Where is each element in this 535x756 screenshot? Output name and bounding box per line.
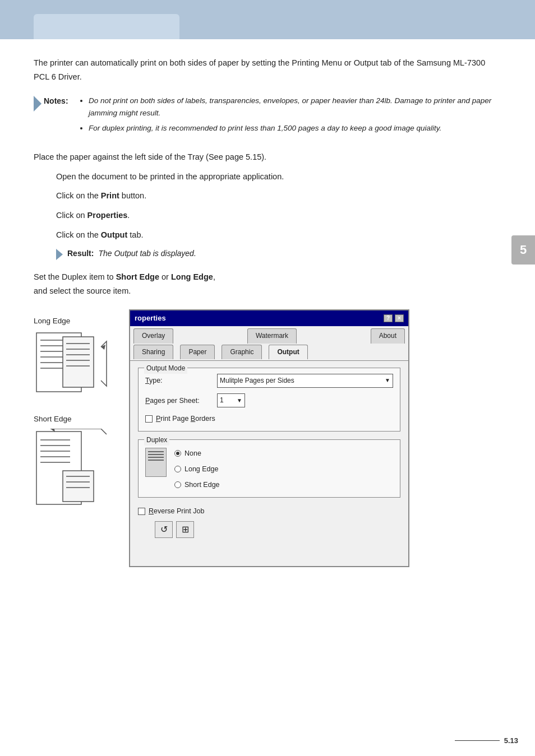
tab-sharing[interactable]: Sharing bbox=[133, 345, 173, 359]
bottom-icons: ↺ ⊞ bbox=[138, 521, 400, 538]
dialog-title: roperties bbox=[135, 313, 166, 324]
pages-per-sheet-label: Pages per Sheet: bbox=[145, 395, 213, 406]
help-icon-bottom[interactable]: ↺ bbox=[155, 521, 173, 538]
duplex-group-label: Duplex bbox=[144, 435, 169, 446]
reverse-print-checkbox[interactable] bbox=[138, 508, 145, 515]
radio-none[interactable] bbox=[174, 450, 181, 457]
long-edge-svg bbox=[34, 330, 112, 403]
notes-item-2: For duplex printing, it is recommended t… bbox=[89, 122, 501, 134]
settings-icon-bottom[interactable]: ⊞ bbox=[176, 521, 194, 538]
notes-label-area: Notes: bbox=[34, 95, 79, 112]
titlebar-buttons: ? × bbox=[384, 314, 404, 322]
dialog-tabs: Overlay Watermark About Sharing Paper Gr… bbox=[130, 326, 408, 360]
type-label: Type: bbox=[145, 375, 213, 386]
radio-none-label: None bbox=[185, 448, 201, 459]
reverse-print-row: Reverse Print Job bbox=[138, 505, 400, 517]
svg-marker-13 bbox=[101, 345, 105, 350]
tabs-row-1: Overlay Watermark About bbox=[133, 328, 405, 343]
duplex-instruction: Set the Duplex item to Short Edge or Lon… bbox=[34, 270, 501, 298]
duplex-icon-line2 bbox=[148, 454, 164, 455]
step-open-doc: Open the document to be printed in the a… bbox=[56, 170, 501, 184]
radio-long-edge[interactable] bbox=[174, 466, 181, 472]
duplex-radio-group: None Long Edge Short Edge bbox=[174, 446, 220, 490]
properties-dialog: roperties ? × Overlay Watermark About Sh… bbox=[129, 309, 409, 567]
duplex-icon-line4 bbox=[148, 460, 164, 461]
left-diagrams: Long Edge bbox=[34, 309, 112, 518]
result-text: The Output tab is displayed. bbox=[98, 247, 196, 259]
tab-about[interactable]: About bbox=[371, 328, 405, 343]
chapter-tab: 5 bbox=[511, 235, 535, 265]
tab-paper[interactable]: Paper bbox=[180, 345, 215, 359]
type-value: Mulitple Pages per Sides bbox=[220, 375, 294, 386]
short-edge-image bbox=[34, 429, 112, 518]
help-button[interactable]: ? bbox=[384, 314, 393, 322]
footer-line bbox=[455, 740, 500, 741]
output-mode-group: Output Mode Type: Mulitple Pages per Sid… bbox=[138, 368, 400, 432]
close-button[interactable]: × bbox=[395, 314, 404, 322]
result-label: Result: bbox=[67, 247, 94, 259]
result-triangle-icon bbox=[56, 249, 63, 260]
pages-per-sheet-value: 1 bbox=[220, 395, 224, 406]
chapter-number: 5 bbox=[520, 243, 527, 257]
notes-content: Do not print on both sides of labels, tr… bbox=[79, 95, 501, 138]
long-edge-label: Long Edge bbox=[34, 315, 112, 327]
duplex-icon bbox=[145, 448, 167, 477]
duplex-content: None Long Edge Short Edge bbox=[145, 446, 393, 490]
print-page-borders-row: Print Page Borders bbox=[145, 413, 393, 424]
header-tab bbox=[34, 14, 179, 39]
pages-per-sheet-row: Pages per Sheet: 1 ▼ bbox=[145, 393, 393, 407]
step-place-paper: Place the paper against the left side of… bbox=[34, 150, 501, 164]
short-edge-label: Short Edge bbox=[34, 413, 112, 425]
notes-label: Notes: bbox=[44, 95, 68, 107]
tabs-row-2: Sharing Paper Graphic Output bbox=[133, 345, 405, 359]
output-mode-group-label: Output Mode bbox=[144, 363, 187, 374]
pages-dropdown-arrow-icon: ▼ bbox=[237, 396, 242, 405]
tab-graphic[interactable]: Graphic bbox=[222, 345, 262, 359]
page-footer: 5.13 bbox=[455, 736, 518, 745]
radio-long-edge-label: Long Edge bbox=[185, 463, 218, 475]
header-bar bbox=[0, 0, 535, 39]
notes-list: Do not print on both sides of labels, tr… bbox=[79, 95, 501, 134]
diagram-area: Long Edge bbox=[34, 309, 501, 567]
pages-per-sheet-dropdown[interactable]: 1 ▼ bbox=[217, 393, 245, 407]
step-click-print: Click on the Print button. bbox=[56, 189, 501, 203]
svg-rect-20 bbox=[63, 471, 94, 502]
footer-page-number: 5.13 bbox=[504, 736, 518, 745]
radio-short-edge-row: Short Edge bbox=[174, 479, 220, 490]
main-content: The printer can automatically print on b… bbox=[0, 39, 535, 601]
type-row: Type: Mulitple Pages per Sides ▼ bbox=[145, 374, 393, 388]
duplex-group: Duplex None bbox=[138, 439, 400, 498]
tab-overlay[interactable]: Overlay bbox=[133, 328, 173, 343]
result-box: Result: The Output tab is displayed. bbox=[56, 247, 501, 260]
print-page-borders-checkbox[interactable] bbox=[145, 415, 153, 423]
long-edge-diagram: Long Edge bbox=[34, 315, 112, 403]
duplex-icon-line1 bbox=[148, 451, 164, 452]
step-click-properties: Click on Properties. bbox=[56, 208, 501, 222]
step-click-output: Click on the Output tab. bbox=[56, 228, 501, 242]
tab-watermark[interactable]: Watermark bbox=[247, 328, 297, 343]
type-dropdown[interactable]: Mulitple Pages per Sides ▼ bbox=[217, 374, 393, 388]
intro-paragraph: The printer can automatically print on b… bbox=[34, 56, 501, 84]
radio-short-edge[interactable] bbox=[174, 481, 181, 488]
notes-triangle-icon bbox=[34, 96, 41, 112]
notes-box: Notes: Do not print on both sides of lab… bbox=[34, 95, 501, 138]
notes-item-1: Do not print on both sides of labels, tr… bbox=[89, 95, 501, 119]
tab-output[interactable]: Output bbox=[269, 345, 307, 359]
radio-short-edge-label: Short Edge bbox=[185, 479, 220, 490]
duplex-icon-line3 bbox=[148, 457, 164, 458]
long-edge-image bbox=[34, 330, 112, 403]
print-page-borders-label: Print Page Borders bbox=[156, 413, 215, 424]
short-edge-diagram: Short Edge bbox=[34, 413, 112, 518]
radio-none-row: None bbox=[174, 448, 220, 459]
dropdown-arrow-icon: ▼ bbox=[385, 376, 390, 385]
reverse-print-label: Reverse Print Job bbox=[149, 505, 204, 517]
radio-long-edge-row: Long Edge bbox=[174, 463, 220, 475]
short-edge-svg bbox=[34, 429, 112, 518]
dialog-titlebar: roperties ? × bbox=[130, 310, 408, 327]
svg-rect-7 bbox=[63, 337, 94, 387]
dialog-content: Output Mode Type: Mulitple Pages per Sid… bbox=[130, 361, 408, 545]
